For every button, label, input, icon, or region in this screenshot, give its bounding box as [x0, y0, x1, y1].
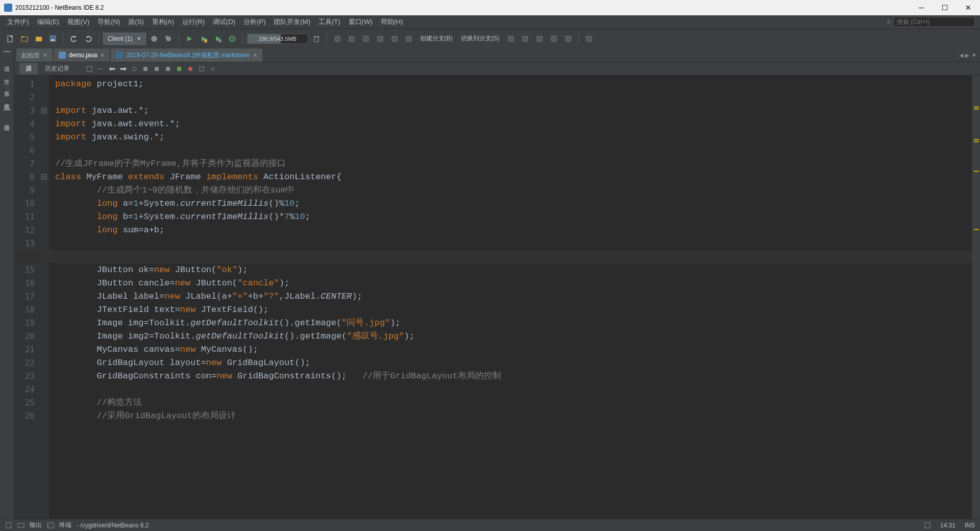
new-file-button[interactable]	[4, 33, 16, 45]
memory-gauge[interactable]: 296.9/543.5MB	[247, 34, 308, 44]
open-project-button[interactable]	[33, 33, 45, 45]
app-icon	[4, 4, 12, 12]
profile-button[interactable]	[212, 33, 224, 45]
tabs-scroll-left-icon[interactable]: ◀	[959, 52, 963, 59]
git-button[interactable]	[360, 33, 372, 45]
tab-demo-java[interactable]: demo.java ✕	[54, 49, 110, 62]
svg-rect-4	[36, 37, 42, 41]
fold-toggle-icon[interactable]: −	[41, 174, 47, 180]
subtab-source[interactable]: 源	[19, 63, 38, 75]
sidebar-tab-files[interactable]: 文件	[3, 73, 11, 77]
menu-tools[interactable]: 工具(T)	[314, 16, 345, 28]
git-button[interactable]	[374, 33, 386, 45]
menu-run[interactable]: 运行(R)	[178, 16, 209, 28]
status-output[interactable]: 输出	[30, 521, 42, 529]
new-project-button[interactable]	[18, 33, 31, 45]
tab-label: 2018-07-28-NetBeans8.2外观配置.markdown	[126, 51, 249, 60]
notification-icon[interactable]	[5, 522, 12, 529]
editor-tool-icon[interactable]	[186, 64, 195, 74]
editor-tool-icon[interactable]	[152, 64, 161, 74]
menu-debug[interactable]: 调试(D)	[209, 16, 239, 28]
insert-mode: INS	[965, 522, 975, 529]
menu-view[interactable]: 视图(V)	[63, 16, 93, 28]
java-file-icon	[59, 52, 66, 59]
editor-tool-icon[interactable]	[130, 64, 139, 74]
minimize-button[interactable]: ─	[910, 0, 933, 15]
clean-build-button[interactable]	[162, 33, 175, 45]
menu-file[interactable]: 文件(F)	[3, 16, 33, 28]
search-input[interactable]	[893, 17, 975, 27]
editor-tool-icon[interactable]	[85, 64, 94, 74]
menu-refactor[interactable]: 重构(A)	[148, 16, 178, 28]
sidebar-tab-favorites[interactable]: 收藏夹	[3, 97, 11, 101]
save-all-button[interactable]	[47, 33, 59, 45]
gc-button[interactable]	[310, 33, 323, 45]
editor-tool-icon[interactable]	[208, 64, 217, 74]
editor-tool-icon[interactable]	[141, 64, 150, 74]
sidebar-tab-projects[interactable]: 项目	[3, 60, 11, 64]
menu-navigate[interactable]: 导航(N)	[93, 16, 124, 28]
menu-edit[interactable]: 编辑(E)	[33, 16, 63, 28]
tabs-dropdown-icon[interactable]: ▼	[971, 52, 977, 58]
redo-button[interactable]	[82, 33, 94, 45]
debug-button[interactable]	[198, 33, 210, 45]
git-button[interactable]	[583, 33, 595, 45]
undo-button[interactable]	[68, 33, 80, 45]
editor-tool-icon[interactable]: ⬅	[107, 64, 116, 74]
toolbar-separator	[242, 33, 243, 44]
search-indicator-icon	[887, 20, 890, 23]
tab-close-icon[interactable]: ✕	[43, 52, 47, 59]
menu-window[interactable]: 窗口(W)	[345, 16, 377, 28]
tabs-scroll-right-icon[interactable]: ▶	[965, 52, 969, 59]
git-button[interactable]	[548, 33, 560, 45]
switch-branch-button[interactable]: 切换到分支(S)	[458, 34, 503, 43]
svg-rect-38	[47, 523, 54, 528]
git-button[interactable]	[505, 33, 517, 45]
subtab-history[interactable]: 历史记录	[39, 63, 76, 75]
code-content[interactable]: package project1; import java.awt.*; imp…	[49, 76, 972, 519]
editor-tool-icon[interactable]	[163, 64, 173, 74]
editor-tool-icon[interactable]	[197, 64, 206, 74]
menu-help[interactable]: 帮助(H)	[377, 16, 407, 28]
editor-tool-icon[interactable]: ➡	[118, 64, 128, 74]
git-button[interactable]	[388, 33, 401, 45]
editor-tool-icon[interactable]	[175, 64, 184, 74]
svg-rect-9	[165, 36, 167, 38]
git-button[interactable]	[519, 33, 531, 45]
git-button[interactable]	[533, 33, 546, 45]
git-button[interactable]	[403, 33, 415, 45]
git-button[interactable]	[346, 33, 358, 45]
output-icon[interactable]	[17, 522, 24, 529]
create-branch-button[interactable]: 创建分支(B)	[417, 34, 456, 43]
run-button[interactable]	[183, 33, 195, 45]
status-icon[interactable]	[924, 522, 931, 529]
close-button[interactable]: ✕	[957, 0, 980, 15]
tab-markdown[interactable]: 2018-07-28-NetBeans8.2外观配置.markdown ✕	[111, 49, 262, 62]
status-terminal[interactable]: 终端	[59, 521, 71, 529]
main-toolbar: Client (1)▼ 296.9/543.5MB 创建分支(B) 切换到分支(…	[0, 29, 980, 48]
sidebar-tab-services[interactable]: 服务	[3, 85, 11, 89]
window-title: 2015212100 - NetBeans IDE 8.2	[15, 4, 104, 11]
sidebar-tab-navigator[interactable]: 导航器	[3, 118, 11, 123]
git-button[interactable]	[331, 33, 344, 45]
menu-team[interactable]: 团队开发(M)	[270, 16, 314, 28]
tab-close-icon[interactable]: ✕	[253, 52, 257, 59]
terminal-icon[interactable]	[47, 522, 54, 529]
tab-start-page[interactable]: 起始页 ✕	[16, 49, 53, 62]
tab-close-icon[interactable]: ✕	[100, 52, 105, 59]
svg-rect-18	[392, 36, 397, 41]
editor-tool-icon[interactable]	[96, 64, 105, 74]
menu-profile[interactable]: 分析(P)	[239, 16, 270, 28]
code-editor[interactable]: 1234567891011121314151617181920212223242…	[14, 76, 980, 519]
attach-debugger-button[interactable]	[226, 33, 238, 45]
config-combo[interactable]: Client (1)▼	[103, 33, 146, 45]
left-sidebar: 项目 文件 服务 收藏夹 导航器	[0, 48, 14, 519]
toolbar-separator	[63, 33, 64, 44]
fold-toggle-icon[interactable]: −	[41, 108, 47, 113]
window-titlebar: 2015212100 - NetBeans IDE 8.2 ─ ☐ ✕	[0, 0, 980, 15]
maximize-button[interactable]: ☐	[933, 0, 957, 15]
menu-source[interactable]: 源(S)	[124, 16, 148, 28]
error-stripe[interactable]	[972, 76, 980, 519]
build-button[interactable]	[148, 33, 160, 45]
git-button[interactable]	[562, 33, 574, 45]
